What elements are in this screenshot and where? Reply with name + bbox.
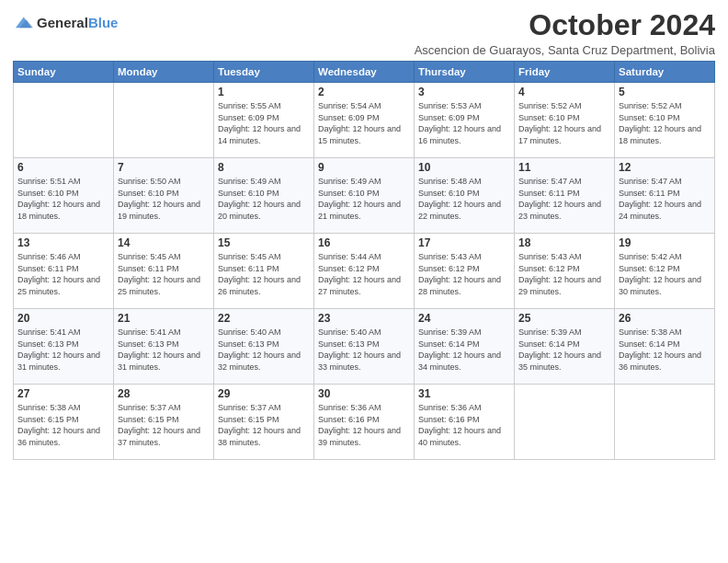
calendar-cell: 29Sunrise: 5:37 AMSunset: 6:15 PMDayligh… [214, 385, 314, 460]
calendar-cell: 28Sunrise: 5:37 AMSunset: 6:15 PMDayligh… [114, 385, 214, 460]
day-number: 9 [318, 161, 410, 174]
week-row-5: 27Sunrise: 5:38 AMSunset: 6:15 PMDayligh… [14, 385, 715, 460]
calendar-table: SundayMondayTuesdayWednesdayThursdayFrid… [13, 61, 715, 460]
day-number: 30 [318, 387, 410, 400]
calendar-cell: 7Sunrise: 5:50 AMSunset: 6:10 PMDaylight… [114, 158, 214, 234]
day-info: Sunrise: 5:47 AMSunset: 6:11 PMDaylight:… [619, 176, 711, 222]
day-number: 10 [418, 161, 510, 174]
day-number: 22 [218, 312, 310, 325]
day-number: 26 [619, 312, 711, 325]
calendar-cell: 8Sunrise: 5:49 AMSunset: 6:10 PMDaylight… [214, 158, 314, 234]
day-info: Sunrise: 5:51 AMSunset: 6:10 PMDaylight:… [17, 176, 109, 222]
day-number: 20 [17, 312, 109, 325]
day-number: 25 [518, 312, 610, 325]
day-number: 2 [318, 86, 410, 98]
calendar-cell [615, 385, 715, 460]
day-info: Sunrise: 5:45 AMSunset: 6:11 PMDaylight:… [218, 251, 310, 297]
calendar-cell: 25Sunrise: 5:39 AMSunset: 6:14 PMDayligh… [515, 309, 615, 385]
day-info: Sunrise: 5:43 AMSunset: 6:12 PMDaylight:… [418, 251, 510, 297]
calendar-cell: 15Sunrise: 5:45 AMSunset: 6:11 PMDayligh… [214, 234, 314, 309]
day-number: 29 [218, 387, 310, 400]
day-info: Sunrise: 5:43 AMSunset: 6:12 PMDaylight:… [518, 251, 610, 297]
calendar-cell: 27Sunrise: 5:38 AMSunset: 6:15 PMDayligh… [14, 385, 114, 460]
weekday-header-friday: Friday [515, 62, 615, 83]
logo-general: GeneralBlue [37, 16, 118, 31]
calendar-cell: 4Sunrise: 5:52 AMSunset: 6:10 PMDaylight… [515, 83, 615, 158]
day-number: 15 [218, 236, 310, 249]
day-info: Sunrise: 5:39 AMSunset: 6:14 PMDaylight:… [418, 327, 510, 373]
day-number: 6 [17, 161, 109, 174]
day-info: Sunrise: 5:54 AMSunset: 6:09 PMDaylight:… [318, 100, 410, 146]
header: GeneralBlue October 2024 Ascencion de Gu… [13, 9, 715, 57]
calendar-cell: 22Sunrise: 5:40 AMSunset: 6:13 PMDayligh… [214, 309, 314, 385]
calendar-cell: 18Sunrise: 5:43 AMSunset: 6:12 PMDayligh… [515, 234, 615, 309]
day-number: 13 [17, 236, 109, 249]
day-number: 16 [318, 236, 410, 249]
calendar-cell [114, 83, 214, 158]
calendar-cell: 3Sunrise: 5:53 AMSunset: 6:09 PMDaylight… [415, 83, 515, 158]
week-row-3: 13Sunrise: 5:46 AMSunset: 6:11 PMDayligh… [14, 234, 715, 309]
day-info: Sunrise: 5:50 AMSunset: 6:10 PMDaylight:… [118, 176, 210, 222]
logo: GeneralBlue [13, 13, 118, 33]
calendar-cell: 5Sunrise: 5:52 AMSunset: 6:10 PMDaylight… [615, 83, 715, 158]
day-number: 31 [418, 387, 510, 400]
day-number: 28 [118, 387, 210, 400]
calendar-cell: 14Sunrise: 5:45 AMSunset: 6:11 PMDayligh… [114, 234, 214, 309]
calendar-cell: 12Sunrise: 5:47 AMSunset: 6:11 PMDayligh… [615, 158, 715, 234]
weekday-header-sunday: Sunday [14, 62, 114, 83]
calendar-cell: 23Sunrise: 5:40 AMSunset: 6:13 PMDayligh… [314, 309, 415, 385]
day-info: Sunrise: 5:41 AMSunset: 6:13 PMDaylight:… [118, 327, 210, 373]
calendar-cell: 13Sunrise: 5:46 AMSunset: 6:11 PMDayligh… [14, 234, 114, 309]
calendar-cell: 21Sunrise: 5:41 AMSunset: 6:13 PMDayligh… [114, 309, 214, 385]
day-number: 4 [518, 86, 610, 98]
day-number: 21 [118, 312, 210, 325]
page: GeneralBlue October 2024 Ascencion de Gu… [0, 0, 728, 563]
weekday-header-wednesday: Wednesday [314, 62, 415, 83]
day-number: 3 [418, 86, 510, 98]
week-row-2: 6Sunrise: 5:51 AMSunset: 6:10 PMDaylight… [14, 158, 715, 234]
calendar-cell: 10Sunrise: 5:48 AMSunset: 6:10 PMDayligh… [415, 158, 515, 234]
calendar-cell: 31Sunrise: 5:36 AMSunset: 6:16 PMDayligh… [415, 385, 515, 460]
day-number: 1 [218, 86, 310, 98]
day-info: Sunrise: 5:49 AMSunset: 6:10 PMDaylight:… [218, 176, 310, 222]
day-info: Sunrise: 5:44 AMSunset: 6:12 PMDaylight:… [318, 251, 410, 297]
day-info: Sunrise: 5:40 AMSunset: 6:13 PMDaylight:… [318, 327, 410, 373]
calendar-cell: 24Sunrise: 5:39 AMSunset: 6:14 PMDayligh… [415, 309, 515, 385]
week-row-1: 1Sunrise: 5:55 AMSunset: 6:09 PMDaylight… [14, 83, 715, 158]
calendar-cell: 2Sunrise: 5:54 AMSunset: 6:09 PMDaylight… [314, 83, 415, 158]
day-info: Sunrise: 5:37 AMSunset: 6:15 PMDaylight:… [218, 402, 310, 448]
weekday-header-saturday: Saturday [615, 62, 715, 83]
day-number: 5 [619, 86, 711, 98]
month-title: October 2024 [415, 9, 715, 41]
day-info: Sunrise: 5:52 AMSunset: 6:10 PMDaylight:… [518, 100, 610, 146]
weekday-header-row: SundayMondayTuesdayWednesdayThursdayFrid… [14, 62, 715, 83]
day-number: 8 [218, 161, 310, 174]
day-info: Sunrise: 5:47 AMSunset: 6:11 PMDaylight:… [518, 176, 610, 222]
day-info: Sunrise: 5:39 AMSunset: 6:14 PMDaylight:… [518, 327, 610, 373]
day-info: Sunrise: 5:38 AMSunset: 6:15 PMDaylight:… [17, 402, 109, 448]
day-number: 7 [118, 161, 210, 174]
day-info: Sunrise: 5:37 AMSunset: 6:15 PMDaylight:… [118, 402, 210, 448]
calendar-cell: 6Sunrise: 5:51 AMSunset: 6:10 PMDaylight… [14, 158, 114, 234]
calendar-cell: 17Sunrise: 5:43 AMSunset: 6:12 PMDayligh… [415, 234, 515, 309]
day-number: 19 [619, 236, 711, 249]
calendar-cell: 1Sunrise: 5:55 AMSunset: 6:09 PMDaylight… [214, 83, 314, 158]
day-number: 23 [318, 312, 410, 325]
day-number: 11 [518, 161, 610, 174]
day-info: Sunrise: 5:40 AMSunset: 6:13 PMDaylight:… [218, 327, 310, 373]
day-info: Sunrise: 5:55 AMSunset: 6:09 PMDaylight:… [218, 100, 310, 146]
day-number: 14 [118, 236, 210, 249]
day-info: Sunrise: 5:42 AMSunset: 6:12 PMDaylight:… [619, 251, 711, 297]
calendar-cell [515, 385, 615, 460]
day-info: Sunrise: 5:53 AMSunset: 6:09 PMDaylight:… [418, 100, 510, 146]
subtitle: Ascencion de Guarayos, Santa Cruz Depart… [415, 43, 715, 57]
day-number: 24 [418, 312, 510, 325]
day-number: 12 [619, 161, 711, 174]
calendar-cell: 9Sunrise: 5:49 AMSunset: 6:10 PMDaylight… [314, 158, 415, 234]
day-number: 17 [418, 236, 510, 249]
calendar-cell: 20Sunrise: 5:41 AMSunset: 6:13 PMDayligh… [14, 309, 114, 385]
logo-icon [13, 13, 33, 33]
calendar-cell: 30Sunrise: 5:36 AMSunset: 6:16 PMDayligh… [314, 385, 415, 460]
day-info: Sunrise: 5:41 AMSunset: 6:13 PMDaylight:… [17, 327, 109, 373]
calendar-cell [14, 83, 114, 158]
